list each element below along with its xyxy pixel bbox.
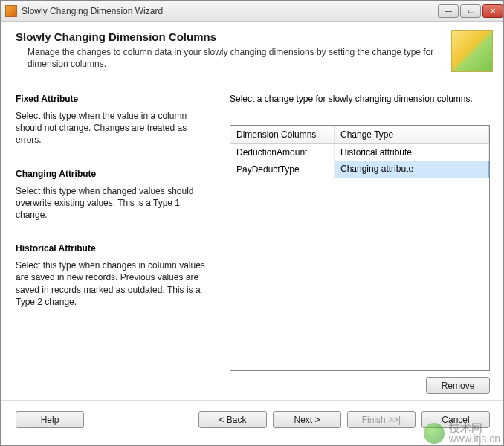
wizard-icon [451,30,493,72]
wizard-header: Slowly Changing Dimension Columns Manage… [1,22,504,80]
maximize-button[interactable]: ▭ [460,4,481,18]
grid-row[interactable]: DeductionAmount Historical attribute [230,144,489,161]
next-button[interactable]: Next > [273,411,341,428]
titlebar: Slowly Changing Dimension Wizard — ▭ ✕ [1,1,504,22]
grid-cell-column[interactable]: DeductionAmount [230,144,335,161]
remove-button[interactable]: Remove [426,377,490,394]
changing-attribute-block: Changing Attribute Select this type when… [16,169,209,222]
page-subtitle: Manage the changes to column data in you… [28,46,444,70]
grid-header-dimension: Dimension Columns [230,126,335,143]
changing-attribute-desc: Select this type when changed values sho… [16,185,209,222]
window-title: Slowly Changing Dimension Wizard [22,6,438,16]
window-buttons: — ▭ ✕ [438,4,503,18]
finish-button: Finish >>| [347,411,416,428]
fixed-attribute-desc: Select this type when the value in a col… [16,110,209,146]
help-button[interactable]: Help [16,411,84,428]
historical-attribute-title: Historical Attribute [16,243,209,253]
wizard-footer: Help < Back Next > Finish >>| Cancel [1,400,504,439]
historical-attribute-block: Historical Attribute Select this type wh… [16,243,209,308]
historical-attribute-desc: Select this type when changes in column … [16,259,209,308]
app-icon [5,5,17,17]
grid-header-changetype: Change Type [335,126,489,143]
attribute-descriptions: Fixed Attribute Select this type when th… [16,94,209,394]
minimize-button[interactable]: — [438,4,459,18]
fixed-attribute-block: Fixed Attribute Select this type when th… [16,94,209,146]
grid-row[interactable]: PayDeductType Changing attribute [230,161,489,178]
grid-cell-column[interactable]: PayDeductType [230,161,335,178]
dimension-columns-grid[interactable]: Dimension Columns Change Type DeductionA… [230,125,490,371]
changing-attribute-title: Changing Attribute [16,169,209,179]
close-button[interactable]: ✕ [482,4,503,18]
cancel-button[interactable]: Cancel [421,411,490,428]
page-title: Slowly Changing Dimension Columns [16,30,444,43]
back-button[interactable]: < Back [198,411,267,428]
wizard-body: Fixed Attribute Select this type when th… [1,80,504,400]
change-type-panel: Select a change type for slowly changing… [230,94,490,394]
grid-cell-type[interactable]: Historical attribute [335,144,489,161]
grid-header: Dimension Columns Change Type [230,126,489,144]
grid-cell-type[interactable]: Changing attribute [335,161,489,178]
change-type-label: Select a change type for slowly changing… [230,94,490,104]
grid-empty-area [230,178,489,370]
fixed-attribute-title: Fixed Attribute [16,94,209,104]
